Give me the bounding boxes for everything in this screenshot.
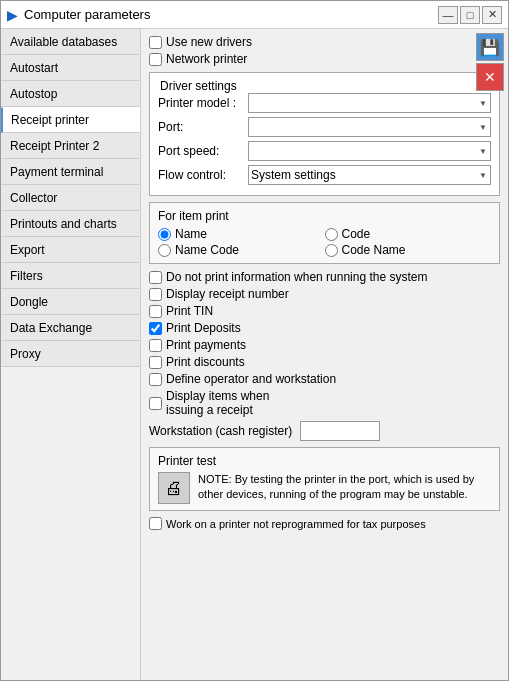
radio-code-name-label: Code Name xyxy=(342,243,406,257)
print-deposits-checkbox[interactable] xyxy=(149,322,162,335)
sidebar-item-data-exchange[interactable]: Data Exchange xyxy=(1,315,140,341)
printer-model-select[interactable] xyxy=(248,93,491,113)
port-speed-row: Port speed: xyxy=(158,141,491,161)
port-label: Port: xyxy=(158,120,248,134)
checkboxes-section: Do not print information when running th… xyxy=(149,270,500,417)
driver-settings-title: Driver settings xyxy=(158,79,491,93)
maximize-button[interactable]: □ xyxy=(460,6,480,24)
no-print-info-label: Do not print information when running th… xyxy=(166,270,427,284)
printer-model-select-wrapper xyxy=(248,93,491,113)
radio-name-label: Name xyxy=(175,227,207,241)
printer-icon: 🖨 xyxy=(158,472,190,504)
print-payments-label: Print payments xyxy=(166,338,246,352)
radio-code-name[interactable] xyxy=(325,244,338,257)
radio-name-code-row: Name Code xyxy=(158,243,325,257)
radio-code-name-row: Code Name xyxy=(325,243,492,257)
item-print-radio-grid: Name Code Name Code Code Name xyxy=(158,227,491,257)
item-print-group: For item print Name Code Name Code xyxy=(149,202,500,264)
display-receipt-label: Display receipt number xyxy=(166,287,289,301)
minimize-button[interactable]: — xyxy=(438,6,458,24)
define-operator-checkbox[interactable] xyxy=(149,373,162,386)
radio-code-label: Code xyxy=(342,227,371,241)
network-printer-label: Network printer xyxy=(166,52,247,66)
radio-name[interactable] xyxy=(158,228,171,241)
bottom-checkbox-row: Work on a printer not reprogrammed for t… xyxy=(149,517,500,530)
print-deposits-row: Print Deposits xyxy=(149,321,500,335)
use-new-drivers-row: Use new drivers xyxy=(149,35,500,49)
action-buttons: 💾 ✕ xyxy=(476,33,504,91)
print-deposits-label: Print Deposits xyxy=(166,321,241,335)
sidebar-item-available-databases[interactable]: Available databases xyxy=(1,29,140,55)
sidebar-item-printouts-charts[interactable]: Printouts and charts xyxy=(1,211,140,237)
sidebar-item-filters[interactable]: Filters xyxy=(1,263,140,289)
no-print-info-row: Do not print information when running th… xyxy=(149,270,500,284)
print-tin-row: Print TIN xyxy=(149,304,500,318)
define-operator-row: Define operator and workstation xyxy=(149,372,500,386)
sidebar-item-receipt-printer[interactable]: Receipt printer xyxy=(1,107,140,133)
network-printer-checkbox[interactable] xyxy=(149,53,162,66)
print-discounts-label: Print discounts xyxy=(166,355,245,369)
display-items-row: Display items whenissuing a receipt xyxy=(149,389,500,417)
flow-control-label: Flow control: xyxy=(158,168,248,182)
workstation-label: Workstation (cash register) xyxy=(149,424,292,438)
port-select[interactable] xyxy=(248,117,491,137)
flow-control-row: Flow control: System settings xyxy=(158,165,491,185)
radio-name-code[interactable] xyxy=(158,244,171,257)
flow-control-select-wrapper: System settings xyxy=(248,165,491,185)
window-title: Computer parameters xyxy=(24,7,438,22)
display-items-checkbox[interactable] xyxy=(149,397,162,410)
main-panel: 💾 ✕ Use new drivers Network printer Driv… xyxy=(141,29,508,680)
port-speed-select[interactable] xyxy=(248,141,491,161)
sidebar-item-proxy[interactable]: Proxy xyxy=(1,341,140,367)
printer-test-content: 🖨 NOTE: By testing the printer in the po… xyxy=(158,472,491,504)
radio-name-row: Name xyxy=(158,227,325,241)
network-printer-row: Network printer xyxy=(149,52,500,66)
port-select-wrapper xyxy=(248,117,491,137)
no-print-info-checkbox[interactable] xyxy=(149,271,162,284)
sidebar-item-export[interactable]: Export xyxy=(1,237,140,263)
sidebar: Available databasesAutostartAutostopRece… xyxy=(1,29,141,680)
close-window-button[interactable]: ✕ xyxy=(482,6,502,24)
print-payments-checkbox[interactable] xyxy=(149,339,162,352)
item-print-title: For item print xyxy=(158,209,491,223)
sidebar-item-autostart[interactable]: Autostart xyxy=(1,55,140,81)
sidebar-item-dongle[interactable]: Dongle xyxy=(1,289,140,315)
printer-test-note: NOTE: By testing the printer in the port… xyxy=(198,472,491,503)
flow-control-select[interactable]: System settings xyxy=(248,165,491,185)
port-speed-select-wrapper xyxy=(248,141,491,161)
sidebar-item-collector[interactable]: Collector xyxy=(1,185,140,211)
sidebar-item-autostop[interactable]: Autostop xyxy=(1,81,140,107)
print-tin-label: Print TIN xyxy=(166,304,213,318)
radio-code-row: Code xyxy=(325,227,492,241)
workstation-input[interactable] xyxy=(300,421,380,441)
title-bar-buttons: — □ ✕ xyxy=(438,6,502,24)
display-receipt-checkbox[interactable] xyxy=(149,288,162,301)
workstation-row: Workstation (cash register) xyxy=(149,421,500,441)
cancel-button[interactable]: ✕ xyxy=(476,63,504,91)
window: ▶ Computer parameters — □ ✕ Available da… xyxy=(0,0,509,681)
driver-settings-group: Driver settings Printer model : Port: xyxy=(149,72,500,196)
radio-code[interactable] xyxy=(325,228,338,241)
port-row: Port: xyxy=(158,117,491,137)
display-receipt-row: Display receipt number xyxy=(149,287,500,301)
tax-purposes-checkbox[interactable] xyxy=(149,517,162,530)
use-new-drivers-label: Use new drivers xyxy=(166,35,252,49)
app-icon: ▶ xyxy=(7,7,18,23)
printer-model-label: Printer model : xyxy=(158,96,248,110)
tax-purposes-label: Work on a printer not reprogrammed for t… xyxy=(166,518,426,530)
sidebar-item-receipt-printer-2[interactable]: Receipt Printer 2 xyxy=(1,133,140,159)
printer-model-row: Printer model : xyxy=(158,93,491,113)
define-operator-label: Define operator and workstation xyxy=(166,372,336,386)
sidebar-item-payment-terminal[interactable]: Payment terminal xyxy=(1,159,140,185)
use-new-drivers-checkbox[interactable] xyxy=(149,36,162,49)
print-discounts-row: Print discounts xyxy=(149,355,500,369)
print-discounts-checkbox[interactable] xyxy=(149,356,162,369)
display-items-label: Display items whenissuing a receipt xyxy=(166,389,269,417)
radio-name-code-label: Name Code xyxy=(175,243,239,257)
print-payments-row: Print payments xyxy=(149,338,500,352)
port-speed-label: Port speed: xyxy=(158,144,248,158)
print-tin-checkbox[interactable] xyxy=(149,305,162,318)
save-button[interactable]: 💾 xyxy=(476,33,504,61)
printer-test-group: Printer test 🖨 NOTE: By testing the prin… xyxy=(149,447,500,511)
title-bar: ▶ Computer parameters — □ ✕ xyxy=(1,1,508,29)
